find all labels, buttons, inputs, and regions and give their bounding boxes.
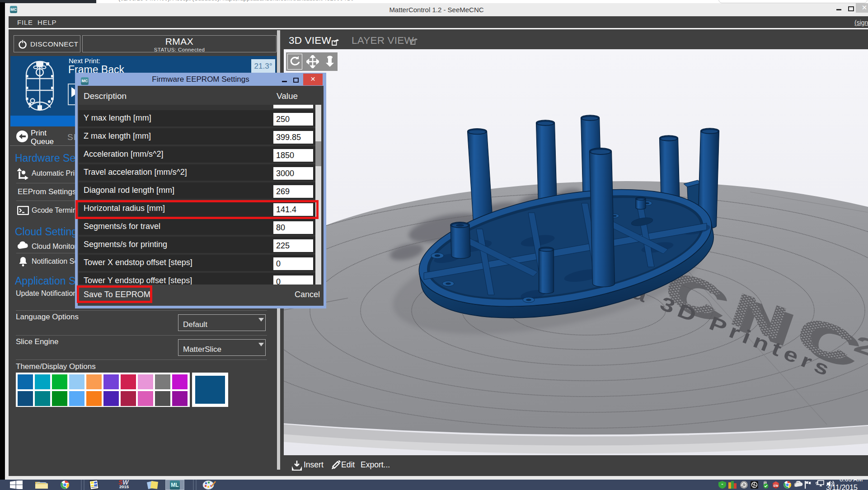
svg-text:“: “ [721, 483, 723, 487]
svg-text:SW: SW [773, 484, 779, 487]
